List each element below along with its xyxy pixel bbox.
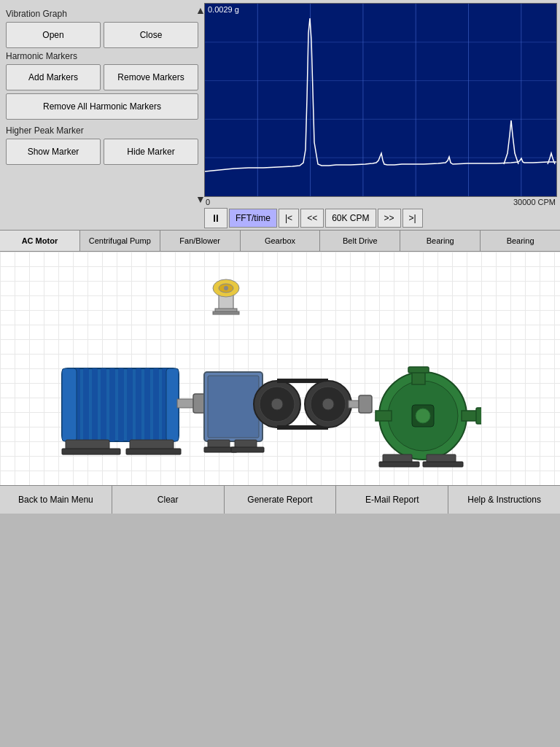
tab-bearing-2[interactable]: Bearing bbox=[481, 231, 560, 251]
svg-rect-20 bbox=[92, 368, 98, 441]
nav-60k-button[interactable]: 60K CPM bbox=[325, 209, 376, 228]
email-report-button[interactable]: E-Mail Report bbox=[336, 486, 448, 514]
svg-rect-53 bbox=[359, 395, 372, 413]
bottom-gray-area bbox=[0, 514, 560, 747]
tab-centrifugal-pump[interactable]: Centrifugal Pump bbox=[80, 231, 160, 251]
svg-rect-29 bbox=[62, 368, 77, 441]
graph-svg bbox=[205, 4, 556, 196]
tab-belt-drive[interactable]: Belt Drive bbox=[320, 231, 400, 251]
harmonic-markers-title: Harmonic Markers bbox=[6, 51, 198, 61]
svg-rect-59 bbox=[462, 411, 478, 421]
svg-rect-58 bbox=[376, 411, 392, 421]
svg-point-13 bbox=[224, 286, 228, 290]
svg-rect-30 bbox=[166, 368, 179, 441]
svg-rect-22 bbox=[109, 368, 115, 441]
y-down-arrow[interactable]: ▼ bbox=[195, 193, 206, 205]
svg-rect-15 bbox=[213, 311, 239, 314]
x-end-label: 30000 CPM bbox=[513, 198, 556, 206]
svg-rect-24 bbox=[127, 368, 133, 441]
svg-point-46 bbox=[271, 398, 283, 410]
fft-time-button[interactable]: FFT/time bbox=[229, 209, 277, 228]
component-tabs: AC Motor Centrifugal Pump Fan/Blower Gea… bbox=[0, 230, 560, 252]
svg-rect-65 bbox=[379, 462, 419, 467]
remove-markers-button[interactable]: Remove Markers bbox=[104, 64, 198, 90]
bottom-toolbar: Back to Main Menu Clear Generate Report … bbox=[0, 485, 560, 514]
machine-assembly-svg bbox=[58, 347, 481, 485]
svg-rect-26 bbox=[144, 368, 150, 441]
vibration-graph-title: Vibration Graph bbox=[6, 9, 198, 19]
vibration-graph: 0.0029 g bbox=[204, 3, 557, 197]
svg-rect-66 bbox=[423, 462, 463, 467]
add-markers-button[interactable]: Add Markers bbox=[6, 64, 101, 90]
pause-button[interactable]: ⏸ bbox=[204, 208, 228, 228]
y-up-arrow[interactable]: ▲ bbox=[195, 4, 206, 16]
machine-diagram bbox=[0, 252, 560, 485]
tab-gearbox[interactable]: Gearbox bbox=[241, 231, 321, 251]
left-controls-panel: Vibration Graph Open Close Harmonic Mark… bbox=[0, 0, 204, 230]
show-marker-button[interactable]: Show Marker bbox=[6, 139, 101, 165]
clear-button[interactable]: Clear bbox=[112, 486, 225, 514]
open-button[interactable]: Open bbox=[6, 22, 101, 48]
svg-rect-25 bbox=[136, 368, 141, 441]
fan-blower-svg bbox=[197, 266, 255, 325]
svg-rect-60 bbox=[476, 408, 481, 424]
nav-next-button[interactable]: >> bbox=[378, 209, 401, 228]
svg-rect-34 bbox=[126, 449, 181, 454]
tab-fan-blower[interactable]: Fan/Blower bbox=[160, 231, 241, 251]
svg-rect-38 bbox=[208, 376, 259, 438]
remove-all-harmonic-button[interactable]: Remove All Harmonic Markers bbox=[6, 93, 198, 120]
graph-area: ▲ ▼ 0.0029 g bbox=[204, 0, 560, 230]
svg-point-62 bbox=[416, 409, 430, 423]
higher-peak-marker-title: Higher Peak Marker bbox=[6, 125, 198, 136]
tab-bearing-1[interactable]: Bearing bbox=[400, 231, 481, 251]
nav-first-button[interactable]: |< bbox=[279, 209, 299, 228]
nav-last-button[interactable]: >| bbox=[402, 209, 423, 228]
close-button[interactable]: Close bbox=[104, 22, 198, 48]
back-to-main-button[interactable]: Back to Main Menu bbox=[0, 486, 112, 514]
nav-prev-button[interactable]: << bbox=[300, 209, 324, 228]
svg-rect-33 bbox=[62, 449, 120, 454]
generate-report-button[interactable]: Generate Report bbox=[225, 486, 337, 514]
svg-rect-27 bbox=[153, 368, 159, 441]
x-start-label: 0 bbox=[206, 198, 210, 206]
graph-controls-row: ⏸ FFT/time |< << 60K CPM >> >| bbox=[204, 208, 557, 230]
help-instructions-button[interactable]: Help & Instructions bbox=[448, 486, 560, 514]
svg-rect-42 bbox=[231, 447, 264, 452]
hide-marker-button[interactable]: Hide Marker bbox=[104, 139, 198, 165]
fan-blower-component[interactable] bbox=[197, 266, 255, 327]
svg-rect-57 bbox=[408, 367, 429, 373]
svg-rect-21 bbox=[101, 368, 106, 441]
svg-point-51 bbox=[322, 398, 334, 410]
svg-rect-19 bbox=[83, 368, 89, 441]
tab-ac-motor[interactable]: AC Motor bbox=[0, 231, 80, 251]
svg-rect-23 bbox=[118, 368, 124, 441]
